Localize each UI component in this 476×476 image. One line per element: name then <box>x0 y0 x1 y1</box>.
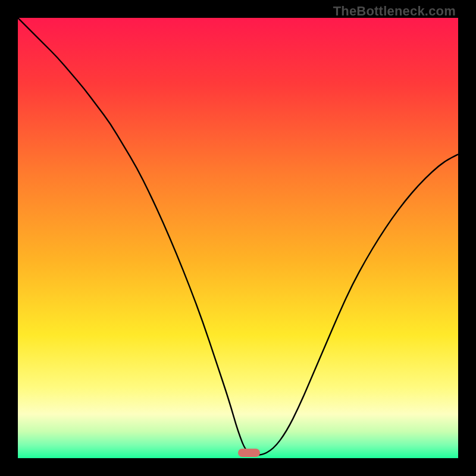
watermark-text: TheBottleneck.com <box>333 4 456 19</box>
optimal-marker <box>238 449 260 457</box>
chart-frame: TheBottleneck.com <box>0 0 476 476</box>
plot-area <box>18 18 458 458</box>
bottleneck-curve <box>18 18 458 458</box>
